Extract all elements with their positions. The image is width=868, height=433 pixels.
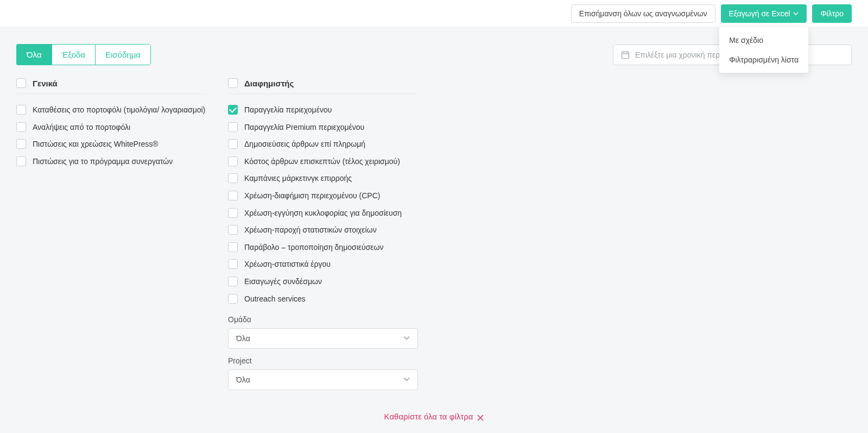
checkbox[interactable] <box>228 294 238 304</box>
checkbox-label[interactable]: Δημοσιεύσεις άρθρων επί πληρωμή <box>244 139 365 150</box>
check-row: Πιστώσεις και χρεώσεις WhitePress® <box>16 136 206 153</box>
checkbox[interactable] <box>228 242 238 252</box>
advertiser-column: Διαφημιστής Παραγγελία περιεχομένουΠαραγ… <box>228 78 418 390</box>
checkbox-label[interactable]: Καμπάνιες μάρκετινγκ επιρροής <box>244 173 352 184</box>
checkbox-label[interactable]: Παράβολο – τροποποίηση δημοσιεύσεων <box>244 242 383 253</box>
group-label: Ομάδα <box>228 315 418 324</box>
check-row: Αναλήψεις από το πορτοφόλι <box>16 119 206 136</box>
export-scheduled-item[interactable]: Με σχέδιο <box>719 30 808 50</box>
check-row: Εισαγωγές συνδέσμων <box>228 273 418 291</box>
content-area: Όλα Έξοδα Εισόδημα Επιλέξτε μια χρονική … <box>0 28 868 433</box>
checkbox-label[interactable]: Πιστώσεις και χρεώσεις WhitePress® <box>33 139 159 150</box>
clear-filters-row: Καθαρίστε όλα τα φίλτρα <box>16 412 852 421</box>
check-row: Δημοσιεύσεις άρθρων επί πληρωμή <box>228 136 418 153</box>
general-header: Γενικά <box>16 78 206 94</box>
checkbox[interactable] <box>228 208 238 218</box>
checkbox[interactable] <box>228 225 238 235</box>
checkbox[interactable] <box>228 173 238 183</box>
top-bar: Επισήμανση όλων ως αναγνωσμένων Εξαγωγή … <box>0 0 868 28</box>
checkbox-label[interactable]: Εισαγωγές συνδέσμων <box>244 277 322 287</box>
checkbox[interactable] <box>16 105 26 115</box>
checkbox-label[interactable]: Κόστος άρθρων επισκεπτών (τέλος χειρισμο… <box>244 156 400 167</box>
export-excel-label: Εξαγωγή σε Excel <box>729 9 790 18</box>
filter-button[interactable]: Φίλτρο <box>812 4 852 23</box>
check-row: Παραγγελία περιεχομένου <box>228 102 418 119</box>
svg-rect-0 <box>622 52 629 58</box>
general-checkbox-all[interactable] <box>16 78 26 88</box>
checkbox-label[interactable]: Χρέωση-παροχή στατιστικών στοιχείων <box>244 225 377 236</box>
tab-expenses-label: Έξοδα <box>62 50 85 59</box>
project-select-value: Όλα <box>236 375 250 384</box>
clear-filters-link[interactable]: Καθαρίστε όλα τα φίλτρα <box>384 412 484 421</box>
chevron-down-icon <box>403 375 410 384</box>
export-scheduled-label: Με σχέδιο <box>729 36 763 45</box>
mark-all-read-label: Επισήμανση όλων ως αναγνωσμένων <box>579 9 707 18</box>
tab-expenses[interactable]: Έξοδα <box>52 44 96 65</box>
checkbox[interactable] <box>228 122 238 132</box>
mark-all-read-button[interactable]: Επισήμανση όλων ως αναγνωσμένων <box>571 4 715 23</box>
tab-income[interactable]: Εισόδημα <box>96 44 151 65</box>
advertiser-header: Διαφημιστής <box>228 78 418 94</box>
calendar-icon <box>621 51 630 59</box>
checkbox[interactable] <box>228 277 238 286</box>
project-label: Project <box>228 356 418 365</box>
group-select[interactable]: Όλα <box>228 328 418 349</box>
check-row: Χρέωση-διαφήμιση περιεχομένου (CPC) <box>228 187 418 205</box>
type-tabs: Όλα Έξοδα Εισόδημα <box>16 44 151 65</box>
checkbox-label[interactable]: Καταθέσεις στο πορτοφόλι (τιμολόγια/ λογ… <box>33 105 205 116</box>
checkbox[interactable] <box>16 122 26 132</box>
export-excel-button[interactable]: Εξαγωγή σε Excel <box>721 4 807 23</box>
check-row: Παράβολο – τροποποίηση δημοσιεύσεων <box>228 239 418 256</box>
checkbox-label[interactable]: Χρέωση-εγγύηση κυκλοφορίας για δημοσίευσ… <box>244 208 402 219</box>
check-row: Χρέωση-εγγύηση κυκλοφορίας για δημοσίευσ… <box>228 205 418 222</box>
filter-columns: Γενικά Καταθέσεις στο πορτοφόλι (τιμολόγ… <box>16 78 852 390</box>
advertiser-items: Παραγγελία περιεχομένουΠαραγγελία Premiu… <box>228 102 418 308</box>
general-items: Καταθέσεις στο πορτοφόλι (τιμολόγια/ λογ… <box>16 102 206 170</box>
checkbox-label[interactable]: Αναλήψεις από το πορτοφόλι <box>33 122 130 133</box>
advertiser-title: Διαφημιστής <box>244 79 294 88</box>
tab-all[interactable]: Όλα <box>16 44 52 65</box>
check-row: Outreach services <box>228 291 418 308</box>
checkbox[interactable] <box>16 139 26 149</box>
check-row: Καμπάνιες μάρκετινγκ επιρροής <box>228 170 418 187</box>
general-title: Γενικά <box>33 79 58 88</box>
export-dropdown: Με σχέδιο Φιλτραρισμένη λίστα <box>719 27 808 73</box>
checkbox[interactable] <box>228 105 238 115</box>
filter-button-label: Φίλτρο <box>820 9 844 18</box>
check-row: Χρέωση-στατιστικά έργου <box>228 256 418 273</box>
general-column: Γενικά Καταθέσεις στο πορτοφόλι (τιμολόγ… <box>16 78 206 390</box>
checkbox-label[interactable]: Χρέωση-στατιστικά έργου <box>244 259 331 270</box>
advertiser-checkbox-all[interactable] <box>228 78 238 88</box>
chevron-down-icon <box>793 11 799 16</box>
export-filtered-item[interactable]: Φιλτραρισμένη λίστα <box>719 50 808 70</box>
checkbox[interactable] <box>228 191 238 200</box>
checkbox-label[interactable]: Χρέωση-διαφήμιση περιεχομένου (CPC) <box>244 191 380 202</box>
tab-income-label: Εισόδημα <box>105 50 141 59</box>
tab-all-label: Όλα <box>27 50 42 59</box>
checkbox-label[interactable]: Παραγγελία Premium περιεχομένου <box>244 122 364 133</box>
checkbox-label[interactable]: Πιστώσεις για το πρόγραμμα συνεργατών <box>33 156 173 167</box>
close-icon <box>477 413 484 420</box>
checkbox[interactable] <box>228 156 238 166</box>
group-select-value: Όλα <box>236 334 250 343</box>
checkbox-label[interactable]: Παραγγελία περιεχομένου <box>244 105 332 116</box>
chevron-down-icon <box>403 334 410 343</box>
checkbox-label[interactable]: Outreach services <box>244 294 306 305</box>
clear-filters-label: Καθαρίστε όλα τα φίλτρα <box>384 412 473 421</box>
check-row: Κόστος άρθρων επισκεπτών (τέλος χειρισμο… <box>228 153 418 171</box>
check-row: Χρέωση-παροχή στατιστικών στοιχείων <box>228 222 418 239</box>
check-row: Πιστώσεις για το πρόγραμμα συνεργατών <box>16 153 206 171</box>
checkbox[interactable] <box>228 139 238 149</box>
project-select[interactable]: Όλα <box>228 369 418 390</box>
check-row: Καταθέσεις στο πορτοφόλι (τιμολόγια/ λογ… <box>16 102 206 119</box>
export-filtered-label: Φιλτραρισμένη λίστα <box>729 55 799 64</box>
check-row: Παραγγελία Premium περιεχομένου <box>228 119 418 136</box>
checkbox[interactable] <box>228 259 238 269</box>
checkbox[interactable] <box>16 156 26 166</box>
